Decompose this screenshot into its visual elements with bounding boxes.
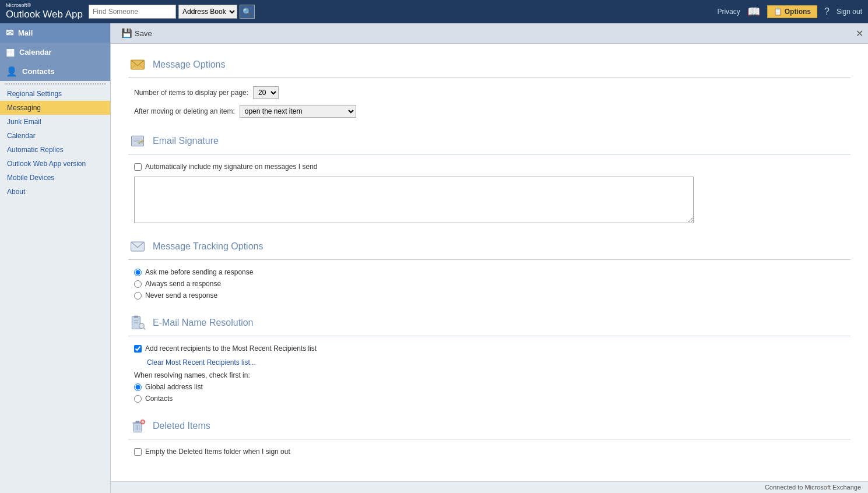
sidebar-divider: [5, 83, 106, 84]
clear-recipients-link[interactable]: Clear Most Recent Recipients list...: [147, 358, 851, 367]
after-moving-row: After moving or deleting an item: open t…: [134, 105, 851, 118]
message-tracking-title: Message Tracking Options: [153, 241, 263, 252]
resolve-contacts-radio[interactable]: [134, 395, 142, 403]
contacts-icon: 👤: [6, 66, 17, 77]
tracking-ask-label: Ask me before sending a response: [145, 268, 253, 276]
section-deleted-items: Deleted Items Empty the Deleted Items fo…: [128, 417, 851, 456]
content-toolbar: 💾 Save ✕: [111, 23, 868, 44]
message-tracking-icon: [128, 237, 147, 256]
statusbar-text: Connected to Microsoft Exchange: [765, 484, 861, 491]
section-message-tracking: Message Tracking Options Ask me before s…: [128, 237, 851, 300]
add-recent-label: Add recent recipients to the Most Recent…: [145, 344, 317, 353]
message-tracking-body: Ask me before sending a response Always …: [128, 268, 851, 300]
email-signature-header: Email Signature: [128, 132, 851, 154]
sidebar-item-calendar[interactable]: Calendar: [0, 129, 110, 143]
tracking-always-radio[interactable]: [134, 280, 142, 288]
options-button[interactable]: 📋 Options: [767, 5, 817, 18]
topbar-right: Privacy 📖 📋 Options ? Sign out: [717, 5, 862, 18]
auto-include-row: Automatically include my signature on me…: [134, 163, 851, 171]
search-button[interactable]: 🔍: [240, 5, 255, 19]
message-options-title: Message Options: [153, 59, 226, 70]
tracking-never-label: Never send a response: [145, 291, 217, 300]
email-signature-icon: [128, 132, 147, 150]
app-name: Outlook Web App: [6, 9, 83, 20]
empty-deleted-label: Empty the Deleted Items folder when I si…: [145, 448, 290, 456]
content-body: Message Options Number of items to displ…: [111, 44, 868, 481]
save-button[interactable]: 💾 Save: [118, 27, 156, 40]
resolve-contacts-row: Contacts: [134, 395, 851, 403]
section-email-signature: Email Signature Automatically include my…: [128, 132, 851, 223]
resolve-global-radio[interactable]: [134, 383, 142, 391]
topbar: Microsoft® Outlook Web App Address Book …: [0, 0, 868, 23]
sidebar-nav-calendar-label: Calendar: [19, 48, 52, 57]
main-layout: ✉ Mail ▦ Calendar 👤 Contacts Regional Se…: [0, 23, 868, 493]
email-signature-title: Email Signature: [153, 136, 219, 146]
auto-include-checkbox[interactable]: [134, 163, 142, 171]
message-tracking-header: Message Tracking Options: [128, 237, 851, 260]
name-resolution-header: E-Mail Name Resolution: [128, 314, 851, 336]
email-signature-body: Automatically include my signature on me…: [128, 163, 851, 223]
sidebar-item-junk-email[interactable]: Junk Email: [0, 115, 110, 129]
statusbar: Connected to Microsoft Exchange: [111, 481, 868, 493]
tracking-never-row: Never send a response: [134, 291, 851, 300]
section-name-resolution: E-Mail Name Resolution Add recent recipi…: [128, 314, 851, 403]
sidebar: ✉ Mail ▦ Calendar 👤 Contacts Regional Se…: [0, 23, 111, 493]
resolve-contacts-label: Contacts: [145, 395, 173, 403]
svg-point-11: [139, 323, 145, 329]
privacy-link[interactable]: Privacy: [717, 8, 740, 16]
deleted-items-body: Empty the Deleted Items folder when I si…: [128, 448, 851, 456]
name-resolution-title: E-Mail Name Resolution: [153, 318, 254, 328]
sidebar-nav-calendar[interactable]: ▦ Calendar: [0, 43, 110, 62]
topbar-left: Microsoft® Outlook Web App Address Book …: [6, 2, 255, 20]
message-options-body: Number of items to display per page: 20 …: [128, 86, 851, 118]
sidebar-item-about[interactable]: About: [0, 185, 110, 199]
save-icon: 💾: [121, 28, 132, 38]
deleted-items-title: Deleted Items: [153, 421, 210, 431]
tracking-ask-row: Ask me before sending a response: [134, 268, 851, 276]
svg-rect-15: [136, 421, 140, 423]
search-scope-select[interactable]: Address Book: [178, 5, 237, 19]
deleted-items-icon: [128, 417, 147, 435]
sidebar-item-automatic-replies[interactable]: Automatic Replies: [0, 143, 110, 157]
tracking-never-radio[interactable]: [134, 292, 142, 300]
items-per-page-row: Number of items to display per page: 20 …: [134, 86, 851, 99]
svg-rect-8: [134, 316, 138, 318]
search-input[interactable]: [89, 5, 176, 19]
sidebar-nav-mail[interactable]: ✉ Mail: [0, 23, 110, 43]
sidebar-nav-contacts[interactable]: 👤 Contacts: [0, 62, 110, 81]
deleted-items-header: Deleted Items: [128, 417, 851, 439]
save-label: Save: [135, 29, 152, 38]
main-content: 💾 Save ✕ Message Opt: [111, 23, 868, 493]
search-area: Address Book 🔍: [89, 5, 255, 19]
sidebar-item-owa-version[interactable]: Outlook Web App version: [0, 157, 110, 171]
empty-deleted-row: Empty the Deleted Items folder when I si…: [134, 448, 851, 456]
resolve-global-row: Global address list: [134, 383, 851, 391]
signout-link[interactable]: Sign out: [837, 8, 862, 16]
section-message-options: Message Options Number of items to displ…: [128, 55, 851, 118]
close-button[interactable]: ✕: [856, 28, 863, 39]
sidebar-item-mobile-devices[interactable]: Mobile Devices: [0, 171, 110, 185]
sidebar-item-regional-settings[interactable]: Regional Settings: [0, 87, 110, 101]
sidebar-item-messaging[interactable]: Messaging: [0, 101, 110, 115]
after-moving-label: After moving or deleting an item:: [134, 107, 235, 115]
resolve-global-label: Global address list: [145, 383, 203, 391]
message-options-header: Message Options: [128, 55, 851, 78]
addressbook-icon[interactable]: 📖: [747, 5, 760, 18]
mail-icon: ✉: [6, 27, 13, 38]
signature-textarea[interactable]: [134, 177, 694, 223]
sidebar-nav-mail-label: Mail: [18, 29, 33, 37]
name-resolution-icon: [128, 314, 147, 332]
auto-include-label: Automatically include my signature on me…: [145, 163, 317, 171]
calendar-icon: ▦: [6, 47, 15, 58]
empty-deleted-checkbox[interactable]: [134, 448, 142, 456]
sidebar-nav-contacts-label: Contacts: [22, 67, 55, 76]
help-icon[interactable]: ?: [824, 6, 830, 17]
options-icon: 📋: [774, 8, 782, 16]
svg-line-12: [144, 328, 146, 330]
tracking-ask-radio[interactable]: [134, 269, 142, 276]
add-recent-checkbox[interactable]: [134, 345, 142, 353]
after-moving-select[interactable]: open the next item open the previous ite…: [240, 105, 356, 118]
add-recent-row: Add recent recipients to the Most Recent…: [134, 344, 851, 353]
items-per-page-select[interactable]: 20 5 10 15 25 50: [253, 86, 279, 99]
items-per-page-label: Number of items to display per page:: [134, 89, 248, 97]
